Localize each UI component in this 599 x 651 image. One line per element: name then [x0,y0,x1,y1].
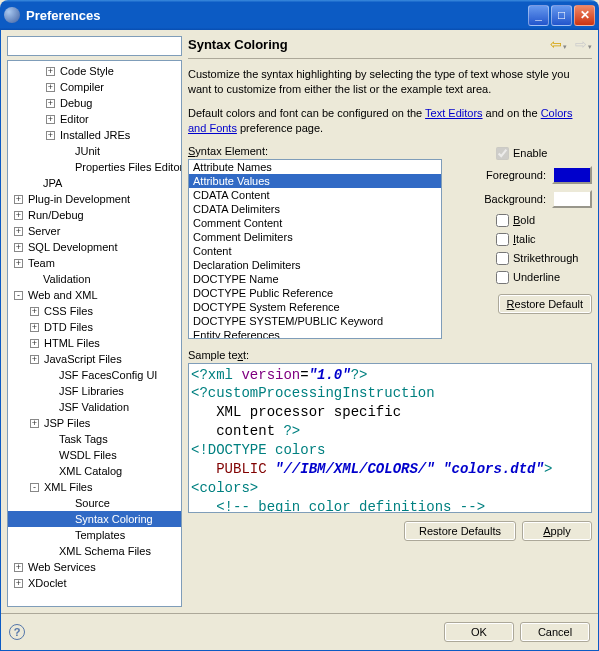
list-item[interactable]: Attribute Names [189,160,441,174]
titlebar[interactable]: Preferences _ □ ✕ [0,0,599,30]
tree-item[interactable]: +Team [8,255,181,271]
tree-item[interactable]: +XDoclet [8,575,181,591]
tree-item[interactable]: -Web and XML [8,287,181,303]
tree-item[interactable]: XML Schema Files [8,543,181,559]
tree-item[interactable]: +Plug-in Development [8,191,181,207]
list-item[interactable]: DOCTYPE SYSTEM/PUBLIC Keyword [189,314,441,328]
underline-checkbox[interactable] [496,271,509,284]
tree-item[interactable]: +Web Services [8,559,181,575]
expand-icon[interactable]: + [14,227,23,236]
tree-item[interactable]: +JSP Files [8,415,181,431]
ok-button[interactable]: OK [444,622,514,642]
restore-default-button[interactable]: Restore Default [498,294,592,314]
expand-icon[interactable]: + [30,419,39,428]
tree-item[interactable]: +Debug [8,95,181,111]
expand-icon[interactable]: + [46,99,55,108]
tree-item[interactable]: Properties Files Editor [8,159,181,175]
tree-item[interactable]: +Editor [8,111,181,127]
restore-defaults-button[interactable]: Restore Defaults [404,521,516,541]
text-editors-link[interactable]: Text Editors [425,107,482,119]
minimize-button[interactable]: _ [528,5,549,26]
tree-item[interactable]: -XML Files [8,479,181,495]
list-item[interactable]: Comment Delimiters [189,230,441,244]
tree-item[interactable]: +CSS Files [8,303,181,319]
right-panel: Syntax Coloring ⇦▾ ⇨▾ Customize the synt… [188,36,592,607]
foreground-swatch[interactable] [552,166,592,184]
tree-label: Code Style [58,65,116,77]
expand-icon[interactable]: + [14,243,23,252]
tree-item[interactable]: Syntax Coloring [8,511,181,527]
expand-icon[interactable]: + [46,67,55,76]
list-item[interactable]: DOCTYPE Name [189,272,441,286]
expand-icon[interactable]: + [14,211,23,220]
list-item[interactable]: Content [189,244,441,258]
tree-item[interactable]: Validation [8,271,181,287]
tree-item[interactable]: +SQL Development [8,239,181,255]
strike-checkbox[interactable] [496,252,509,265]
list-item[interactable]: Comment Content [189,216,441,230]
filter-input[interactable] [7,36,182,56]
expand-icon[interactable]: + [30,355,39,364]
help-icon[interactable]: ? [9,624,25,640]
tree-item[interactable]: Source [8,495,181,511]
tree-item[interactable]: +Code Style [8,63,181,79]
maximize-button[interactable]: □ [551,5,572,26]
syntax-element-list[interactable]: Attribute NamesAttribute ValuesCDATA Con… [188,159,442,339]
expand-icon[interactable]: + [46,83,55,92]
bold-checkbox[interactable] [496,214,509,227]
expand-icon[interactable]: + [30,323,39,332]
expand-icon[interactable]: + [30,307,39,316]
list-item[interactable]: CDATA Content [189,188,441,202]
tree-item[interactable]: +Run/Debug [8,207,181,223]
tree-item[interactable]: JUnit [8,143,181,159]
italic-label: Italic [513,233,536,245]
background-label: Background: [452,193,546,205]
tree-label: Templates [73,529,127,541]
tree-item[interactable]: JSF Libraries [8,383,181,399]
list-item[interactable]: Attribute Values [189,174,441,188]
tree-item[interactable]: JSF FacesConfig UI [8,367,181,383]
tree-item[interactable]: +DTD Files [8,319,181,335]
back-arrow-icon[interactable]: ⇦▾ [550,36,567,52]
italic-checkbox[interactable] [496,233,509,246]
list-item[interactable]: Declaration Delimiters [189,258,441,272]
expand-icon[interactable]: + [14,563,23,572]
expand-icon[interactable]: + [46,131,55,140]
list-item[interactable]: DOCTYPE System Reference [189,300,441,314]
expand-icon[interactable]: + [14,195,23,204]
tree-label: JSF Validation [57,401,131,413]
list-item[interactable]: CDATA Delimiters [189,202,441,216]
tree-item[interactable]: +Server [8,223,181,239]
expand-icon[interactable]: + [46,115,55,124]
preferences-tree[interactable]: +Code Style+Compiler+Debug+Editor+Instal… [7,60,182,607]
close-button[interactable]: ✕ [574,5,595,26]
list-item[interactable]: DOCTYPE Public Reference [189,286,441,300]
expand-icon[interactable]: + [30,339,39,348]
tree-label: Editor [58,113,91,125]
tree-item[interactable]: Templates [8,527,181,543]
tree-item[interactable]: +Installed JREs [8,127,181,143]
background-swatch[interactable] [552,190,592,208]
tree-item[interactable]: +JavaScript Files [8,351,181,367]
tree-item[interactable]: XML Catalog [8,463,181,479]
tree-label: Team [26,257,57,269]
tree-item[interactable]: JPA [8,175,181,191]
tree-item[interactable]: Task Tags [8,431,181,447]
tree-label: XML Schema Files [57,545,153,557]
tree-item[interactable]: WSDL Files [8,447,181,463]
cancel-button[interactable]: Cancel [520,622,590,642]
tree-label: JPA [41,177,64,189]
list-item[interactable]: Entity References [189,328,441,339]
tree-item[interactable]: +Compiler [8,79,181,95]
description-1: Customize the syntax highlighting by sel… [188,67,592,98]
apply-button[interactable]: Apply [522,521,592,541]
sample-text-area[interactable]: <?xml version="1.0"?> <?customProcessing… [188,363,592,513]
expand-icon[interactable]: + [14,579,23,588]
tree-label: Server [26,225,62,237]
tree-item[interactable]: +HTML Files [8,335,181,351]
tree-label: DTD Files [42,321,95,333]
tree-item[interactable]: JSF Validation [8,399,181,415]
collapse-icon[interactable]: - [14,291,23,300]
collapse-icon[interactable]: - [30,483,39,492]
expand-icon[interactable]: + [14,259,23,268]
